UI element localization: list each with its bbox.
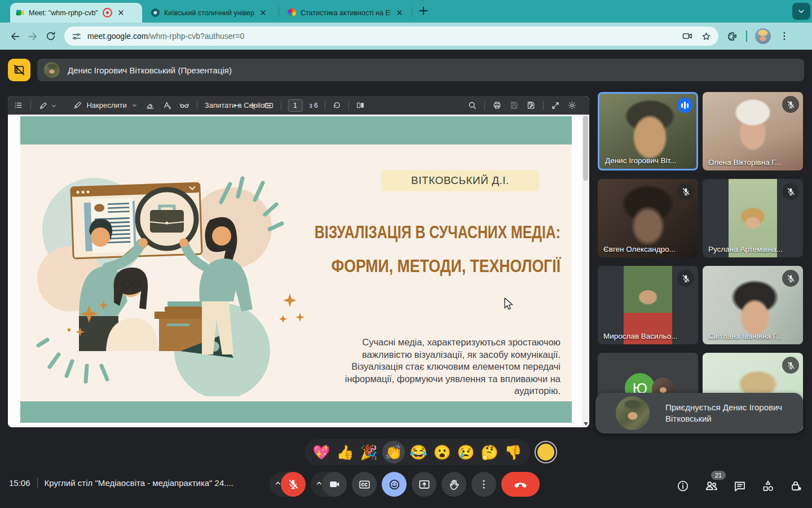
tab-close-icon[interactable] xyxy=(395,8,404,17)
participant-name: Мирослав Васильо... xyxy=(603,332,677,340)
reload-button[interactable] xyxy=(42,27,60,45)
mic-off-icon xyxy=(677,183,694,200)
camera-button[interactable] xyxy=(322,472,347,497)
mic-off-icon xyxy=(782,183,799,200)
host-lock-icon xyxy=(789,479,803,493)
end-call-button[interactable] xyxy=(501,472,540,497)
participant-name: Світлана Іванівна Г... xyxy=(708,332,782,340)
reactions-button[interactable] xyxy=(382,472,407,497)
activities-shapes-icon xyxy=(761,479,775,493)
extensions-icon[interactable] xyxy=(726,30,738,42)
meeting-title: Круглий стіл "Медіаосвіта - медіапрактик… xyxy=(45,478,233,488)
mouse-cursor xyxy=(504,298,514,310)
participant-tile-yevhen[interactable]: Євген Олександро... xyxy=(598,179,698,257)
back-button[interactable] xyxy=(6,27,24,45)
participant-tile-denys[interactable]: Денис Ігорович Віт... xyxy=(598,92,698,170)
more-options-button[interactable] xyxy=(471,472,496,497)
settings-gear-icon[interactable] xyxy=(567,100,577,110)
rotate-icon[interactable] xyxy=(332,100,342,110)
mic-mute-button[interactable] xyxy=(281,472,306,497)
reaction-surprised[interactable]: 😮 xyxy=(432,441,452,463)
participant-tile-svitlana[interactable]: Світлана Іванівна Г... xyxy=(703,266,803,344)
presentation-warning-icon[interactable] xyxy=(8,59,30,81)
immersive-reader-icon[interactable] xyxy=(179,100,189,110)
save-icon[interactable] xyxy=(509,100,519,110)
eraser-icon[interactable] xyxy=(145,100,155,110)
browser-tab-strip: Meet: "whm-rphp-cvb" Київський столичний… xyxy=(0,0,812,23)
scrollbar-thumb[interactable] xyxy=(583,116,588,181)
mic-control-group[interactable] xyxy=(270,472,306,497)
info-icon xyxy=(676,479,690,493)
reaction-thinking[interactable]: 🤔 xyxy=(479,441,500,463)
skin-tone-selector[interactable] xyxy=(536,442,556,462)
reaction-thumbs-down[interactable]: 👎 xyxy=(503,441,523,463)
slide-body-text: Сучасні медіа, характеризуються зростаюч… xyxy=(339,336,561,397)
print-icon[interactable] xyxy=(492,100,502,110)
participants-button[interactable]: 21 xyxy=(704,479,718,493)
statistics-favicon xyxy=(288,8,296,17)
slide-bottom-band xyxy=(20,401,572,423)
reaction-clap[interactable]: 👏 xyxy=(382,441,405,463)
chrome-menu-icon[interactable] xyxy=(779,30,790,42)
reaction-party[interactable]: 🎉 xyxy=(359,441,379,463)
viewer-scrollbar[interactable] xyxy=(582,115,589,427)
fit-width-icon[interactable] xyxy=(263,100,273,111)
search-icon[interactable] xyxy=(467,100,477,110)
scroll-down-arrow-icon[interactable] xyxy=(584,422,588,426)
captions-button[interactable] xyxy=(352,472,377,497)
screen: Meet: "whm-rphp-cvb" Київський столичний… xyxy=(0,0,812,508)
new-tab-button[interactable] xyxy=(417,5,430,17)
pdf-viewer-toolbar: Накреслити Запитати в Copilot 1 з 6 xyxy=(8,96,589,115)
read-aloud-icon[interactable] xyxy=(162,100,172,110)
chat-button[interactable] xyxy=(733,479,747,493)
tab-statistics[interactable]: Статистика активності на ЕН xyxy=(282,3,409,23)
tab-meet[interactable]: Meet: "whm-rphp-cvb" xyxy=(10,3,142,23)
mic-off-icon xyxy=(287,478,299,491)
presenter-avatar xyxy=(44,62,60,78)
joining-toast: Приєднується Денис Ігорович Вітковський xyxy=(595,393,803,433)
participant-tile-myroslav[interactable]: Мирослав Васильо... xyxy=(598,266,698,344)
draw-button[interactable]: Накреслити xyxy=(73,100,138,110)
pen-tool-button[interactable] xyxy=(38,100,58,110)
camera-control-group[interactable] xyxy=(311,472,347,497)
mic-off-icon xyxy=(782,357,799,374)
zoom-out-icon[interactable] xyxy=(232,101,241,110)
participant-tile-olena[interactable]: Олена Вікторівна Г... xyxy=(703,92,803,170)
camera-usage-icon[interactable] xyxy=(682,30,693,42)
reaction-thumbs-up[interactable]: 👍 xyxy=(335,441,355,463)
toolbar-divider xyxy=(30,100,31,110)
meeting-details-button[interactable] xyxy=(676,479,690,493)
site-info-icon[interactable] xyxy=(71,31,82,42)
meet-bottom-bar: 15:06 Круглий стіл "Медіаосвіта - медіап… xyxy=(0,470,812,508)
tab-search-button[interactable] xyxy=(792,3,810,20)
tab-close-icon[interactable] xyxy=(259,8,267,17)
profile-avatar[interactable] xyxy=(755,28,771,44)
contents-menu-icon[interactable] xyxy=(14,100,23,110)
reaction-heart[interactable]: 💖 xyxy=(311,441,332,463)
reaction-cry[interactable]: 😢 xyxy=(456,441,476,463)
bookmark-star-icon[interactable] xyxy=(701,31,712,42)
present-button[interactable] xyxy=(412,472,436,497)
tab-close-icon[interactable] xyxy=(117,8,125,17)
save-as-icon[interactable] xyxy=(526,100,536,110)
zoom-in-icon[interactable] xyxy=(248,101,257,110)
toast-avatar xyxy=(616,396,650,430)
fullscreen-icon[interactable] xyxy=(551,101,560,110)
tab-university[interactable]: Київський столичний універ xyxy=(145,3,276,23)
presenter-name: Денис Ігорович Вітковський (Презентація) xyxy=(68,65,232,75)
page-number-input[interactable]: 1 xyxy=(288,99,302,112)
forward-button[interactable] xyxy=(24,27,42,45)
host-controls-button[interactable] xyxy=(789,479,803,493)
page-view-icon[interactable] xyxy=(356,100,365,110)
raise-hand-button[interactable] xyxy=(442,472,466,497)
participant-name: Денис Ігорович Віт... xyxy=(605,156,677,165)
activities-button[interactable] xyxy=(761,479,775,493)
participant-tile-ruslana[interactable]: Руслана Артемівна... xyxy=(703,179,803,257)
url-text[interactable]: meet.google.com/whm-rphp-cvb?authuser=0 xyxy=(87,32,682,41)
browser-toolbar: meet.google.com/whm-rphp-cvb?authuser=0 xyxy=(0,23,812,50)
address-bar[interactable]: meet.google.com/whm-rphp-cvb?authuser=0 xyxy=(64,27,718,46)
toolbar-divider xyxy=(197,100,197,110)
presenter-banner: Денис Ігорович Вітковський (Презентація) xyxy=(37,59,804,81)
divider xyxy=(37,478,38,488)
reaction-joy[interactable]: 😂 xyxy=(408,441,429,463)
